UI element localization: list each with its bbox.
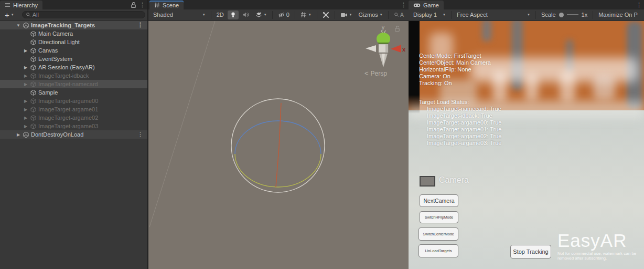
- kebab-menu-icon[interactable]: ⋮: [139, 2, 145, 8]
- chevron-down-icon: ▼: [443, 13, 446, 16]
- speaker-icon: [242, 12, 249, 18]
- tab-hierarchy-label: Hierarchy: [13, 2, 38, 8]
- hierarchy-item-imagetarget-idback[interactable]: ▶ ImageTarget-idback: [0, 71, 147, 80]
- tools-icon: [323, 12, 329, 18]
- hierarchy-item-canvas[interactable]: ▶ Canvas: [0, 46, 147, 55]
- foldout-closed-icon[interactable]: ▶: [22, 65, 29, 70]
- hierarchy-item-imagetarget-argame01[interactable]: ▶ ImageTarget-argame01: [0, 105, 147, 113]
- toggle-2d-button[interactable]: 2D: [214, 11, 227, 19]
- foldout-closed-icon[interactable]: ▶: [22, 99, 29, 104]
- camera-label: Camera: [439, 175, 469, 185]
- search-icon: [26, 12, 31, 17]
- stop-tracking-button[interactable]: Stop Tracking: [510, 245, 551, 258]
- kebab-menu-icon[interactable]: ⋮: [401, 2, 406, 8]
- maximize-on-play-button[interactable]: Maximize On P: [596, 11, 640, 19]
- foldout-closed-icon[interactable]: ▶: [15, 132, 22, 137]
- foldout-closed-icon[interactable]: ▶: [22, 82, 29, 87]
- hierarchy-search-input[interactable]: All: [22, 11, 145, 18]
- scene-kebab-icon[interactable]: ⋮: [137, 22, 143, 28]
- projection-mode-label[interactable]: < Persp: [364, 69, 387, 77]
- scale-slider[interactable]: Scale 1x: [539, 11, 590, 19]
- hamburger-icon: [5, 2, 10, 8]
- game-toolbar: Display 1 ▼ Free Aspect ▼ Scale 1x Maxim…: [409, 9, 644, 20]
- aspect-ratio-dropdown[interactable]: Free Aspect ▼: [454, 11, 533, 19]
- cube-icon: [29, 47, 37, 54]
- chevron-down-icon: ▼: [349, 13, 352, 16]
- foldout-closed-icon[interactable]: ▶: [22, 48, 29, 53]
- lock-open-icon[interactable]: [394, 25, 400, 32]
- eye-off-icon: [278, 12, 285, 18]
- foldout-closed-icon[interactable]: ▶: [22, 116, 29, 120]
- foldout-closed-icon[interactable]: ▶: [22, 124, 29, 129]
- hierarchy-item-imagetarget-argame03[interactable]: ▶ ImageTarget-argame03: [0, 122, 147, 130]
- scale-value: 1x: [582, 12, 588, 18]
- scene-row-imagetracking-targets[interactable]: ▼ ImageTracking_Targets ⋮: [0, 21, 147, 29]
- hierarchy-item-directional-light[interactable]: Directional Light: [0, 38, 147, 46]
- unity-scene-icon: [22, 131, 30, 138]
- hidden-count: 0: [286, 12, 289, 18]
- hierarchy-item-ar-session[interactable]: ▶ AR Session (EasyAR): [0, 63, 147, 71]
- lightbulb-icon: [230, 12, 236, 18]
- foldout-open-icon[interactable]: ▼: [15, 23, 22, 28]
- scene-search-input[interactable]: A: [391, 11, 406, 19]
- gamepad-icon: [413, 3, 421, 8]
- lock-open-icon[interactable]: [131, 2, 136, 8]
- center-mode-line: CenterMode: FirstTarget: [419, 53, 491, 59]
- tab-game[interactable]: Game: [409, 1, 444, 9]
- switch-hflip-mode-button[interactable]: SwitchHFlipMode: [420, 211, 458, 223]
- hierarchy-item-imagetarget-namecard[interactable]: ▶ ImageTarget-namecard: [0, 80, 147, 88]
- axis-y-label: y: [382, 25, 384, 30]
- chevron-down-icon: ▼: [264, 13, 267, 16]
- video-camera-icon: [340, 12, 348, 18]
- status-overlay: CenterMode: FirstTarget CenterObject: Ma…: [419, 53, 491, 87]
- target-status-line: ImageTarget-argame03: True: [427, 140, 501, 147]
- tab-hierarchy[interactable]: Hierarchy: [0, 1, 42, 9]
- unity-scene-icon: [22, 22, 30, 29]
- camera-toggle[interactable]: [420, 176, 435, 187]
- search-filter-label: All: [33, 12, 39, 18]
- slider-knob[interactable]: [559, 13, 564, 17]
- hierarchy-item-main-camera[interactable]: Main Camera: [0, 29, 147, 38]
- cube-icon: [29, 98, 37, 105]
- hierarchy-tabstrip: Hierarchy ⋮: [0, 0, 147, 9]
- hierarchy-item-sample[interactable]: Sample: [0, 88, 147, 97]
- hidden-objects-button[interactable]: 0: [275, 11, 292, 19]
- cube-icon: [29, 30, 37, 37]
- center-object-line: CenterObject: Main Camera: [419, 59, 491, 66]
- switch-center-mode-button[interactable]: SwitchCenterMode: [418, 227, 458, 241]
- scene-row-dontdestroyonload[interactable]: ▶ DontDestroyOnLoad ⋮: [0, 130, 147, 139]
- kebab-menu-icon[interactable]: ⋮: [636, 2, 642, 8]
- scene-effects-dropdown[interactable]: ▼: [253, 11, 270, 19]
- chevron-down-icon: ▼: [202, 13, 206, 16]
- add-object-button[interactable]: + ▼: [2, 11, 17, 19]
- target-status-line: ImageTarget-idback: True: [427, 112, 501, 119]
- plus-icon: +: [5, 12, 9, 18]
- scene-viewport[interactable]: y x < Persp: [148, 21, 409, 269]
- scene-audio-button[interactable]: [240, 11, 252, 19]
- scene-lighting-button[interactable]: [228, 11, 239, 19]
- scene-camera-dropdown[interactable]: ▼: [338, 11, 355, 19]
- target-status-line: ImageTarget-argame02: True: [427, 133, 501, 140]
- grid-visibility-dropdown[interactable]: ▼: [298, 11, 314, 19]
- gizmos-dropdown[interactable]: Gizmos ▼: [356, 11, 385, 19]
- display-dropdown[interactable]: Display 1 ▼: [411, 11, 448, 19]
- hierarchy-item-eventsystem[interactable]: EventSystem: [0, 55, 147, 63]
- watermark-subtitle: Not for commercial use, watermark can be…: [557, 252, 637, 261]
- hierarchy-panel: Hierarchy ⋮ + ▼ All ▼ ImageTracking_Targ…: [0, 0, 148, 269]
- tab-game-label: Game: [423, 2, 439, 8]
- next-camera-button[interactable]: NextCamera: [420, 194, 458, 207]
- unload-targets-button[interactable]: UnLoadTargets: [418, 244, 458, 257]
- hierarchy-item-imagetarget-argame02[interactable]: ▶ ImageTarget-argame02: [0, 113, 147, 122]
- game-viewport: CenterMode: FirstTarget CenterObject: Ma…: [409, 21, 644, 269]
- component-tools-button[interactable]: [320, 11, 332, 19]
- camera-feed-shadow: [409, 21, 420, 113]
- scene-kebab-icon[interactable]: ⋮: [137, 131, 143, 137]
- horizontal-flip-line: HorizontalFlip: None: [419, 66, 491, 73]
- foldout-closed-icon[interactable]: ▶: [22, 107, 29, 112]
- tab-scene[interactable]: Scene: [149, 1, 184, 9]
- hierarchy-item-imagetarget-argame00[interactable]: ▶ ImageTarget-argame00: [0, 97, 147, 105]
- shading-mode-dropdown[interactable]: Shaded ▼: [151, 11, 208, 19]
- cube-icon: [29, 56, 37, 63]
- cube-icon: [29, 81, 37, 88]
- foldout-closed-icon[interactable]: ▶: [22, 74, 29, 78]
